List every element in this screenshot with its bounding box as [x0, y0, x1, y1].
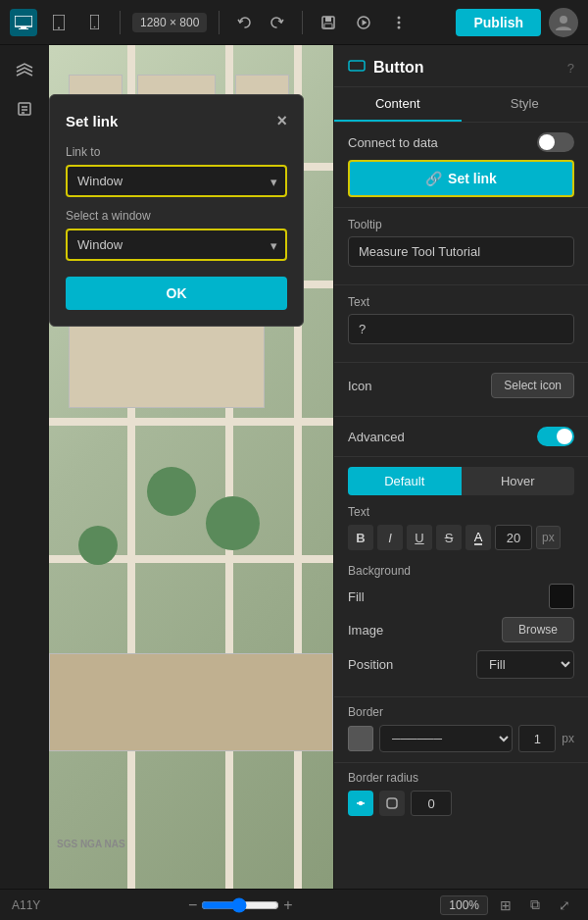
- border-radius-value-input[interactable]: [411, 791, 452, 816]
- tab-content[interactable]: Content: [334, 87, 462, 122]
- panel-title-text: Button: [373, 59, 424, 77]
- save-icon[interactable]: [315, 9, 342, 36]
- tooltip-label: Tooltip: [348, 218, 574, 231]
- publish-button[interactable]: Publish: [456, 9, 541, 36]
- dialog-title-text: Set link: [66, 113, 118, 129]
- font-color-letter: A: [474, 531, 483, 545]
- fill-color-picker[interactable]: [549, 584, 574, 609]
- svg-point-13: [398, 21, 401, 24]
- svg-point-21: [360, 802, 363, 805]
- redo-button[interactable]: [263, 9, 290, 36]
- advanced-toggle-knob: [557, 429, 572, 444]
- set-link-icon: 🔗: [425, 171, 442, 186]
- user-avatar[interactable]: [549, 8, 578, 37]
- select-window-select[interactable]: Window: [66, 229, 287, 261]
- border-section: Border ────── - - - - · · · · px: [334, 697, 588, 763]
- browse-button[interactable]: Browse: [502, 617, 574, 642]
- position-select[interactable]: Fill Fit Tile Center: [476, 650, 574, 679]
- dimensions-display[interactable]: 1280 × 800: [132, 13, 207, 32]
- text-style-row: B I U S A px: [334, 521, 588, 558]
- zoom-display[interactable]: 100%: [440, 895, 488, 915]
- tooltip-input[interactable]: [348, 236, 574, 267]
- connect-to-data-section: Connect to data 🔗 Set link: [334, 123, 588, 208]
- desktop-view-icon[interactable]: [10, 9, 37, 36]
- zoom-minus-button[interactable]: −: [188, 896, 197, 914]
- top-toolbar: 1280 × 800: [0, 0, 588, 45]
- left-panel: [0, 45, 49, 889]
- state-tabs: Default Hover: [348, 467, 574, 495]
- bold-button[interactable]: B: [348, 525, 373, 550]
- more-options-icon[interactable]: [385, 9, 413, 36]
- icon-field-row: Icon Select icon: [348, 373, 574, 398]
- position-row: Position Fill Fit Tile Center: [348, 650, 574, 679]
- icon-section: Icon Select icon: [334, 363, 588, 417]
- status-center: − +: [188, 896, 293, 914]
- tab-style[interactable]: Style: [462, 87, 589, 122]
- svg-rect-8: [325, 17, 331, 22]
- svg-point-12: [398, 16, 401, 19]
- select-icon-button[interactable]: Select icon: [491, 373, 574, 398]
- text-field-input[interactable]: [348, 314, 574, 344]
- fit-view-icon[interactable]: ⤢: [553, 894, 576, 917]
- border-radius-individual-icon[interactable]: [379, 791, 405, 816]
- text-field-label: Text: [348, 295, 574, 309]
- link-to-select-wrapper: Window ▾: [66, 165, 287, 209]
- icon-label: Icon: [348, 379, 372, 393]
- map-road-h3: [49, 418, 333, 426]
- layout-view-icon[interactable]: ⧉: [523, 894, 547, 917]
- advanced-toggle-row: Advanced: [334, 417, 588, 457]
- border-radius-linked-icon[interactable]: [348, 791, 373, 816]
- font-color-button[interactable]: A: [466, 525, 491, 550]
- dialog-ok-button[interactable]: OK: [66, 277, 287, 310]
- border-row: ────── - - - - · · · · px: [348, 725, 574, 752]
- right-panel: Button ? Content Style Connect to data 🔗…: [333, 45, 588, 889]
- state-tab-hover[interactable]: Hover: [462, 467, 575, 495]
- border-style-select[interactable]: ────── - - - - · · · ·: [379, 725, 513, 752]
- toggle-knob: [539, 134, 555, 150]
- image-label: Image: [348, 623, 383, 638]
- link-to-select[interactable]: Window: [66, 165, 287, 197]
- font-size-input[interactable]: [495, 525, 532, 550]
- zoom-slider[interactable]: [201, 897, 279, 913]
- connect-to-data-toggle[interactable]: [537, 132, 574, 152]
- grid-view-icon[interactable]: ⊞: [494, 894, 517, 917]
- select-window-wrapper: Window ▾: [66, 229, 287, 273]
- svg-point-15: [560, 16, 567, 24]
- panel-header: Button ?: [334, 45, 588, 87]
- a11y-label[interactable]: A11Y: [12, 898, 40, 912]
- dialog-title-row: Set link ×: [66, 111, 287, 131]
- tablet-view-icon[interactable]: [45, 9, 73, 36]
- border-radius-section: Border radius: [334, 763, 588, 826]
- panel-help-icon[interactable]: ?: [567, 61, 574, 76]
- play-icon[interactable]: [350, 9, 377, 36]
- advanced-toggle[interactable]: [537, 427, 574, 446]
- svg-point-4: [58, 26, 60, 28]
- panel-tabs: Content Style: [334, 87, 588, 123]
- strikethrough-button[interactable]: S: [436, 525, 462, 550]
- undo-button[interactable]: [231, 9, 259, 36]
- status-bar: A11Y − + 100% ⊞ ⧉ ⤢: [0, 889, 588, 920]
- button-widget-icon: [348, 57, 366, 78]
- italic-button[interactable]: I: [377, 525, 403, 550]
- layers-icon[interactable]: [8, 53, 41, 86]
- underline-button[interactable]: U: [407, 525, 432, 550]
- map-tree-2: [78, 526, 118, 565]
- state-tab-default[interactable]: Default: [348, 467, 462, 495]
- svg-rect-20: [349, 61, 365, 71]
- border-width-input[interactable]: [518, 725, 556, 752]
- dialog-close-button[interactable]: ×: [276, 111, 287, 131]
- svg-rect-0: [15, 16, 32, 26]
- zoom-plus-button[interactable]: +: [283, 896, 292, 914]
- pages-icon[interactable]: [8, 92, 41, 126]
- toolbar-separator-3: [302, 11, 303, 34]
- fill-label: Fill: [348, 589, 365, 604]
- link-to-label: Link to: [66, 145, 287, 159]
- set-link-button[interactable]: 🔗 Set link: [348, 160, 574, 197]
- font-unit-label: px: [536, 526, 561, 549]
- border-radius-label: Border radius: [348, 771, 574, 785]
- text-field-section: Text: [334, 285, 588, 363]
- border-label: Border: [348, 705, 574, 719]
- border-color-picker[interactable]: [348, 726, 373, 751]
- mobile-view-icon[interactable]: [80, 9, 108, 36]
- main-area: SGS NGA NAS Set link × Link to Window ▾ …: [0, 45, 588, 889]
